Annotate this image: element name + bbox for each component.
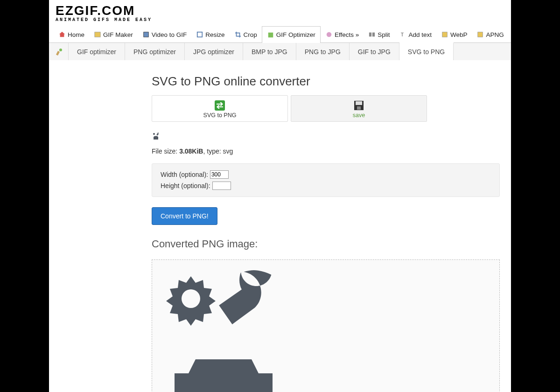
file-type-value: svg: [223, 147, 233, 155]
palette-icon: [325, 31, 333, 38]
action-svg-to-png-label: SVG to PNG: [203, 112, 237, 119]
width-input[interactable]: [210, 170, 229, 179]
split-icon: [368, 31, 376, 38]
svg-rect-0: [95, 32, 100, 37]
svg-point-15: [182, 290, 199, 307]
height-label: Height (optional):: [161, 182, 210, 189]
subnav-gif-optimizer[interactable]: GIF optimizer: [69, 43, 125, 60]
nav-video-to-gif[interactable]: Video to GIF: [138, 26, 192, 43]
svg-rect-5: [369, 33, 371, 37]
apng-icon: [476, 31, 484, 38]
svg-rect-13: [356, 101, 362, 105]
save-icon: [353, 99, 365, 112]
svg-rect-2: [197, 32, 203, 37]
svg-rect-11: [215, 100, 225, 111]
subnav-png-to-jpg[interactable]: PNG to JPG: [296, 43, 350, 60]
subnav-gif-to-jpg[interactable]: GIF to JPG: [350, 43, 399, 60]
nav-webp-label: WebP: [450, 31, 468, 38]
svg-rect-3: [268, 32, 273, 37]
subnav-jpg-optimizer[interactable]: JPG optimizer: [185, 43, 243, 60]
logo-main-text: EZGIF.COM: [56, 5, 511, 16]
result-image-box: [152, 259, 500, 392]
subnav-svg-to-png[interactable]: SVG to PNG: [399, 42, 454, 60]
nav-resize[interactable]: Resize: [191, 26, 229, 43]
action-save-label: save: [353, 112, 365, 119]
film-icon: [142, 31, 150, 38]
nav-crop-label: Crop: [244, 31, 257, 38]
logo-subtitle: ANIMATED GIFS MADE EASY: [56, 17, 511, 22]
sub-nav-icon[interactable]: [49, 43, 69, 60]
brush-icon: [54, 47, 63, 56]
source-thumbnail: [152, 131, 500, 142]
result-image: [156, 264, 296, 392]
action-save[interactable]: save: [291, 95, 427, 122]
resize-icon: [196, 31, 203, 38]
convert-button[interactable]: Convert to PNG!: [152, 207, 217, 225]
svg-rect-1: [144, 32, 149, 37]
nav-split-label: Split: [378, 31, 390, 38]
page-title: SVG to PNG online converter: [152, 74, 500, 89]
svg-rect-14: [357, 106, 361, 110]
logo[interactable]: EZGIF.COM ANIMATED GIFS MADE EASY: [49, 0, 511, 26]
nav-add-text-label: Add text: [408, 31, 432, 38]
width-label: Width (optional):: [161, 171, 208, 178]
nav-apng[interactable]: APNG: [472, 26, 508, 43]
optimize-icon: [267, 31, 274, 39]
svg-rect-6: [372, 33, 375, 37]
file-size-value: 3.08KiB: [179, 147, 203, 155]
text-icon: T: [399, 31, 406, 38]
nav-split[interactable]: Split: [364, 26, 394, 43]
nav-resize-label: Resize: [205, 31, 224, 38]
svg-text:T: T: [401, 32, 404, 37]
svg-point-4: [327, 32, 332, 37]
webp-icon: [441, 31, 448, 38]
subnav-bmp-to-jpg[interactable]: BMP to JPG: [243, 43, 296, 60]
file-size-label: File size:: [152, 147, 179, 155]
subnav-png-optimizer[interactable]: PNG optimizer: [125, 43, 185, 60]
svg-point-10: [59, 49, 62, 51]
nav-gif-optimizer[interactable]: GIF Optimizer: [262, 26, 321, 43]
nav-gif-maker-label: GIF Maker: [103, 31, 133, 38]
nav-effects[interactable]: Effects »: [321, 26, 364, 43]
main-nav: Home GIF Maker Video to GIF Resize Crop …: [54, 26, 511, 43]
nav-effects-label: Effects »: [335, 31, 359, 38]
file-type-label: , type:: [203, 147, 223, 155]
sub-nav: GIF optimizer PNG optimizer JPG optimize…: [49, 42, 511, 60]
crop-icon: [234, 31, 242, 38]
svg-rect-9: [478, 32, 483, 37]
nav-webp[interactable]: WebP: [436, 26, 472, 43]
action-svg-to-png[interactable]: SVG to PNG: [152, 95, 288, 122]
home-icon: [58, 31, 66, 38]
nav-video-to-gif-label: Video to GIF: [152, 31, 187, 38]
file-info: File size: 3.08KiB, type: svg: [152, 147, 500, 155]
nav-home-label: Home: [68, 31, 84, 38]
nav-apng-label: APNG: [486, 31, 504, 38]
tools-thumb-icon: [152, 131, 161, 140]
nav-crop[interactable]: Crop: [230, 26, 262, 43]
nav-add-text[interactable]: T Add text: [394, 26, 436, 43]
picture-icon: [94, 31, 101, 38]
nav-gif-optimizer-label: GIF Optimizer: [276, 31, 315, 38]
action-row: SVG to PNG save: [152, 95, 500, 122]
height-input[interactable]: [212, 182, 231, 190]
convert-arrows-icon: [214, 99, 226, 112]
svg-rect-8: [442, 32, 448, 37]
nav-home[interactable]: Home: [54, 26, 89, 43]
options-panel: Width (optional): Height (optional):: [152, 163, 500, 197]
nav-gif-maker[interactable]: GIF Maker: [89, 26, 138, 43]
result-title: Converted PNG image:: [152, 238, 500, 250]
